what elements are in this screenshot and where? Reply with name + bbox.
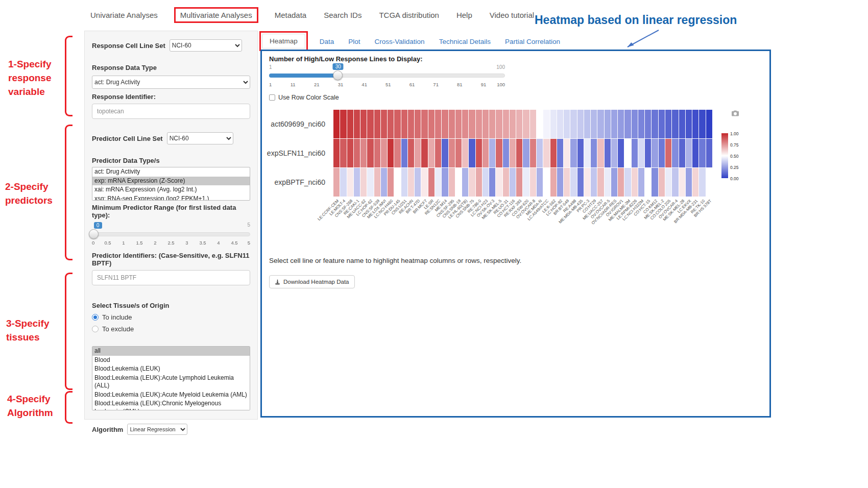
tissue-include-radio[interactable]: To include <box>92 313 250 321</box>
heatmap-cell <box>449 168 455 197</box>
camera-icon[interactable] <box>731 110 740 117</box>
response-cell-line-set-select[interactable]: NCI-60 <box>170 39 242 52</box>
heatmap-cell <box>618 168 624 197</box>
heatmap-cell <box>489 110 495 138</box>
nav-item-tcga-distribution[interactable]: TCGA distribution <box>378 8 440 22</box>
heatmap-cell <box>699 168 705 197</box>
slider-tick-label: 4 <box>217 240 220 246</box>
heatmap-cell <box>340 110 346 138</box>
heatmap-panel: Number of High/Low Response Lines to Dis… <box>260 50 771 418</box>
heatmap-cell <box>421 168 427 197</box>
heatmap-cell <box>577 168 584 197</box>
tissue-option[interactable]: all <box>92 347 250 356</box>
tab-plot[interactable]: Plot <box>348 35 360 48</box>
heatmap-cell <box>659 110 665 138</box>
predictor-data-type-option[interactable]: xai: mRNA Expression (Avg. log2 Int.) <box>92 185 250 194</box>
tissue-option[interactable]: Blood:Leukemia (LEUK):Acute Lymphoid Leu… <box>92 374 250 391</box>
heatmap-cell <box>624 110 631 138</box>
annotation-heading: Heatmap based on linear regression <box>535 13 737 27</box>
slider-tick-label: 1 <box>269 82 272 87</box>
nav-item-video-tutorial[interactable]: Video tutorial <box>489 8 535 22</box>
heatmap-cell <box>360 168 367 197</box>
heatmap-cell <box>692 168 698 197</box>
slider-tick-label: 0.5 <box>104 240 111 246</box>
nav-item-help[interactable]: Help <box>455 8 473 22</box>
heatmap-cell <box>550 168 557 197</box>
heatmap-cell <box>354 110 360 138</box>
nav-item-univariate-analyses[interactable]: Univariate Analyses <box>89 8 159 22</box>
heatmap-cell <box>591 168 597 197</box>
heatmap-cell <box>510 139 516 167</box>
tissue-listbox: allBloodBlood:Leukemia (LEUK)Blood:Leuke… <box>92 346 250 410</box>
slider-tick-label: 3.5 <box>199 240 206 246</box>
heatmap-row-label[interactable]: act609699_nci60 <box>262 110 329 138</box>
tissue-option[interactable]: Blood:Leukemia (LEUK) <box>92 364 250 374</box>
response-data-type-select[interactable]: act: Drug Activity <box>92 76 250 89</box>
tab-partial-correlation[interactable]: Partial Correlation <box>505 35 560 48</box>
heatmap-cell <box>483 139 489 167</box>
tab-cross-validation[interactable]: Cross-Validation <box>375 35 425 48</box>
heatmap-cell <box>584 139 590 167</box>
nav-item-metadata[interactable]: Metadata <box>274 8 308 22</box>
heatmap-cell <box>408 139 414 167</box>
annotation-step-4: 4-Specify Algorithm <box>7 392 66 420</box>
slider-handle[interactable] <box>333 70 343 80</box>
nav-item-search-ids[interactable]: Search IDs <box>323 8 363 22</box>
row-color-scale-checkbox[interactable] <box>269 94 275 101</box>
tissue-exclude-radio[interactable]: To exclude <box>92 325 250 333</box>
response-lines-slider[interactable]: 1 100 30 1112131415161718191100 <box>269 63 505 89</box>
nav-item-multivariate-analyses[interactable]: Multivariate Analyses <box>174 7 258 23</box>
heatmap-cell <box>632 110 638 138</box>
annotation-step-3: 3-Specify tissues <box>6 316 66 344</box>
annotation-bracket-1 <box>65 36 73 116</box>
tab-heatmap[interactable]: Heatmap <box>262 34 305 48</box>
predictor-cell-line-set-label: Predictor Cell Line Set <box>92 135 163 142</box>
heatmap-cell <box>347 168 353 197</box>
heatmap-cell <box>645 139 651 167</box>
heatmap-cell <box>597 168 604 197</box>
download-heatmap-data-button[interactable]: Download Heatmap Data <box>269 275 355 288</box>
predictor-identifiers-input[interactable] <box>92 270 250 285</box>
radio-unselected-icon <box>92 326 99 332</box>
heatmap-cell <box>394 110 400 138</box>
slider-handle[interactable] <box>89 229 99 239</box>
heatmap-cell <box>476 110 482 138</box>
predictor-cell-line-set-select[interactable]: NCI-60 <box>167 132 233 144</box>
heatmap-cell <box>537 168 543 197</box>
algorithm-select[interactable]: Linear Regression <box>127 424 187 435</box>
min-predictor-range-slider[interactable]: 0 5 00.511.522.533.544.55 <box>92 224 250 247</box>
annotation-step-2: 2-Specify predictors <box>5 180 66 207</box>
tissue-option[interactable]: Blood:Leukemia (LEUK):Chronic Myelogenou… <box>92 399 250 410</box>
predictor-data-type-option[interactable]: exp: mRNA Expression (Z-Score) <box>92 177 250 186</box>
predictor-data-type-option[interactable]: xsq: RNA-seq Expression (log2 FPKM+1.) <box>92 194 250 201</box>
colorbar-legend <box>721 133 728 178</box>
heatmap-cell <box>381 168 387 197</box>
tissue-option[interactable]: Blood <box>92 356 250 365</box>
heatmap-cell <box>523 139 529 167</box>
heatmap-cell <box>449 139 455 167</box>
tab-technical-details[interactable]: Technical Details <box>439 35 491 48</box>
heatmap-cell <box>557 110 563 138</box>
heatmap-cell <box>415 139 421 167</box>
heatmap-cell <box>523 168 529 197</box>
heatmap-cell <box>605 139 611 167</box>
heatmap-cell <box>347 139 353 167</box>
heatmap-cell <box>381 139 387 167</box>
predictor-data-type-option[interactable]: act: Drug Activity <box>92 167 250 177</box>
heatmap-cell <box>449 110 455 138</box>
heatmap-row-label[interactable]: expSLFN11_nci60 <box>262 139 329 167</box>
row-color-scale-option[interactable]: Use Row Color Scale <box>269 94 339 101</box>
heatmap-cell <box>442 110 448 138</box>
slider-tick-label: 91 <box>481 82 487 87</box>
heatmap-cell <box>496 168 502 197</box>
tissue-option[interactable]: Blood:Leukemia (LEUK):Acute Myeloid Leuk… <box>92 391 250 400</box>
heatmap-row-label[interactable]: expBPTF_nci60 <box>262 168 329 197</box>
tab-data[interactable]: Data <box>320 35 334 48</box>
heatmap-cell <box>692 110 698 138</box>
slider-track[interactable] <box>92 232 250 236</box>
slider-tick-label: 4.5 <box>231 240 237 246</box>
tissue-origin-label: Select Tissue/s of Origin <box>92 302 250 309</box>
response-identifier-input[interactable] <box>92 104 250 119</box>
heatmap-row <box>333 139 712 167</box>
heatmap-cell <box>523 110 529 138</box>
